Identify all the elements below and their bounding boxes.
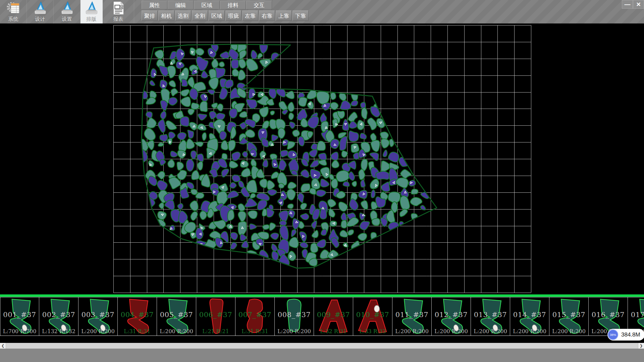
report-icon xyxy=(111,0,126,16)
tool-button-9[interactable]: 上靠 xyxy=(276,10,292,21)
piece-shape xyxy=(510,297,549,336)
minimize-icon: — xyxy=(625,1,631,8)
ruler-icon xyxy=(84,0,99,16)
app-button-1[interactable]: 系统 xyxy=(0,0,27,23)
toolbar: 系统设计设置排版报表 属性编辑区域排料交互 聚排相机选割全割区域瑕疵左靠右靠上靠… xyxy=(0,0,644,24)
scroll-left-button[interactable]: ❮ xyxy=(0,343,6,349)
piece-thumbnail-005_#37[interactable]: 005_#37L:200 R:200 xyxy=(157,297,196,336)
app-button-label: 报表 xyxy=(113,16,123,22)
hscrollbar[interactable]: ❮ ❯ xyxy=(0,343,644,349)
piece-thumbnail-003_#37[interactable]: 003_#37L:200 R:200 xyxy=(78,297,118,336)
piece-thumbnail-004_#37[interactable]: 004_#37L:31 R:31 xyxy=(118,297,157,336)
piece-thumbnail-014_#37[interactable]: 014_#37L:200 R:200 xyxy=(510,297,549,336)
menu-item-2[interactable]: 编辑 xyxy=(168,1,194,9)
piece-shape xyxy=(118,297,157,336)
piece-shape xyxy=(275,297,314,336)
tool-button-5[interactable]: 区域 xyxy=(209,10,225,21)
piece-thumbnail-007_#37[interactable]: 007_#37L:31 R:31 xyxy=(235,297,275,336)
piece-thumbnail-013_#37[interactable]: 013_#37L:200 R:200 xyxy=(471,297,510,336)
nesting-app-window: 系统设计设置排版报表 属性编辑区域排料交互 聚排相机选割全割区域瑕疵左靠右靠上靠… xyxy=(0,0,644,362)
tool-button-4[interactable]: 全割 xyxy=(192,10,208,21)
piece-thumbnail-strip: 001_#37L:700 R:700002_#37L:132 R:132003_… xyxy=(0,297,644,336)
piece-shape xyxy=(471,297,510,336)
piece-thumbnail-010_#37[interactable]: 010_#37L:33 R:33 xyxy=(353,297,392,336)
app-button-3[interactable]: 设置 xyxy=(54,0,80,23)
memory-value: 384.8M xyxy=(621,331,640,338)
piece-thumbnail-002_#37[interactable]: 002_#37L:132 R:132 xyxy=(39,297,78,336)
piece-thumbnail-015_#37[interactable]: 015_#37L:200 R:200 xyxy=(549,297,589,336)
progress-percent-value: 38% xyxy=(610,333,616,337)
piece-shape xyxy=(196,297,235,336)
piece-shape xyxy=(314,297,353,336)
nesting-canvas[interactable] xyxy=(0,23,644,294)
menu-item-4[interactable]: 排料 xyxy=(220,1,246,9)
piece-thumbnail-012_#37[interactable]: 012_#37L:200 R:200 xyxy=(432,297,471,336)
piece-shape xyxy=(235,297,274,336)
tool-button-3[interactable]: 选割 xyxy=(175,10,191,21)
piece-thumbnail-011_#37[interactable]: 011_#37L:200 R:200 xyxy=(392,297,432,336)
tool-button-10[interactable]: 下靠 xyxy=(292,10,309,21)
piece-thumbnail-001_#37[interactable]: 001_#37L:700 R:700 xyxy=(0,297,39,336)
chevron-left-icon: ❮ xyxy=(1,344,4,348)
piece-shape xyxy=(78,297,117,336)
strip-lower-gap xyxy=(0,336,644,343)
piece-thumbnail-008_#37[interactable]: 008_#37L:200 R:200 xyxy=(275,297,314,336)
minimize-button[interactable]: — xyxy=(622,0,633,9)
piece-thumbnail-006_#37[interactable]: 006_#37L:21 R:21 xyxy=(196,297,235,336)
piece-shape xyxy=(432,297,471,336)
piece-shape xyxy=(39,297,78,336)
tool-button-6[interactable]: 瑕疵 xyxy=(225,10,241,21)
progress-percent-badge: 38% xyxy=(608,329,618,340)
ruler-icon xyxy=(59,0,75,16)
piece-thumbnail-009_#37[interactable]: 009_#37L:32 R:31 xyxy=(314,297,353,336)
tool-button-8[interactable]: 右靠 xyxy=(259,10,275,21)
close-button[interactable]: ✕ xyxy=(633,0,644,9)
app-button-label: 排版 xyxy=(87,16,97,22)
menu-item-5[interactable]: 交互 xyxy=(246,1,272,9)
app-button-label: 设计 xyxy=(35,16,45,22)
app-button-2[interactable]: 设计 xyxy=(27,0,54,23)
tool-button-2[interactable]: 相机 xyxy=(158,10,174,21)
nesting-workspace[interactable] xyxy=(0,23,644,294)
app-button-label: 设置 xyxy=(62,16,72,22)
hscrollbar-track[interactable] xyxy=(6,343,638,349)
gear-table-icon xyxy=(6,0,21,16)
chevron-right-icon: ❯ xyxy=(640,344,643,348)
memory-status-badge: 38% 384.8M xyxy=(607,329,644,341)
tool-button-1[interactable]: 聚排 xyxy=(142,10,158,21)
ruler-icon xyxy=(33,0,48,16)
piece-shape xyxy=(549,297,588,336)
piece-shape xyxy=(0,297,39,336)
tool-button-7[interactable]: 左靠 xyxy=(242,10,258,21)
menu-item-1[interactable]: 属性 xyxy=(142,1,167,9)
strip-divider xyxy=(0,294,644,297)
status-bar xyxy=(0,349,644,362)
menu-item-3[interactable]: 区域 xyxy=(194,1,220,9)
app-button-5[interactable]: 报表 xyxy=(103,0,134,23)
scroll-right-button[interactable]: ❯ xyxy=(638,343,644,349)
app-button-4[interactable]: 排版 xyxy=(80,0,103,23)
piece-shape xyxy=(392,297,431,336)
app-button-label: 系统 xyxy=(8,16,18,22)
close-icon: ✕ xyxy=(636,1,641,8)
piece-shape xyxy=(157,297,196,336)
piece-shape xyxy=(353,297,392,336)
